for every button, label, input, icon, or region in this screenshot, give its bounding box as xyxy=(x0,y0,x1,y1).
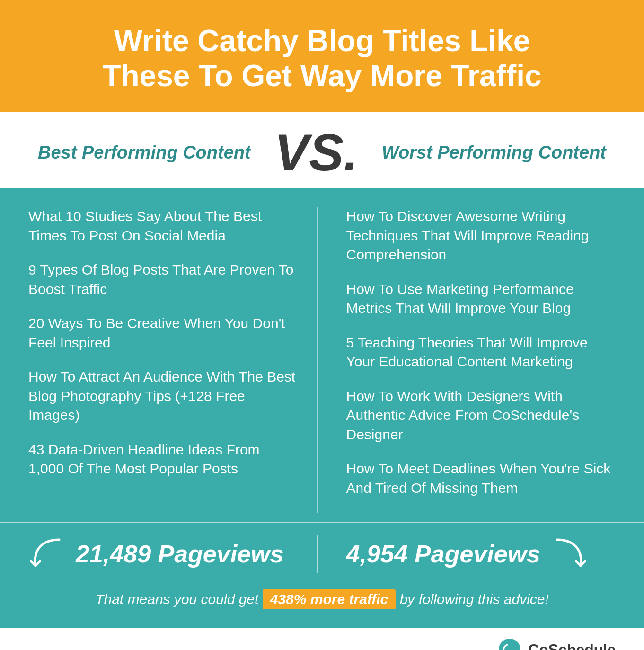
list-item: How To Use Marketing Performance Metrics… xyxy=(346,280,616,318)
best-item-5: 43 Data-Driven Headline Ideas From 1,000… xyxy=(28,440,298,479)
page-title: Write Catchy Blog Titles Like These To G… xyxy=(38,24,606,93)
worst-item-4: How To Work With Designers With Authenti… xyxy=(346,387,616,445)
list-item: How To Attract An Audience With The Best… xyxy=(28,367,298,425)
columns-area: What 10 Studies Say About The Best Times… xyxy=(0,188,644,522)
worst-item-1: How To Discover Awesome Writing Techniqu… xyxy=(346,207,616,265)
svg-point-0 xyxy=(499,639,520,650)
main-content: What 10 Studies Say About The Best Times… xyxy=(0,188,644,628)
list-item: What 10 Studies Say About The Best Times… xyxy=(28,207,298,245)
worst-performing-column: How To Discover Awesome Writing Techniqu… xyxy=(318,207,616,513)
worst-item-2: How To Use Marketing Performance Metrics… xyxy=(346,280,616,318)
vs-section: Best Performing Content VS. Worst Perfor… xyxy=(0,112,644,188)
best-item-3: 20 Ways To Be Creative When You Don't Fe… xyxy=(28,314,298,352)
best-item-1: What 10 Studies Say About The Best Times… xyxy=(28,207,298,245)
list-item: How To Discover Awesome Writing Techniqu… xyxy=(346,207,616,265)
arrow-right-icon xyxy=(550,535,588,573)
list-item: How To Work With Designers With Authenti… xyxy=(346,387,616,445)
header-section: Write Catchy Blog Titles Like These To G… xyxy=(0,0,644,112)
tagline: That means you could get 438% more traff… xyxy=(28,589,616,609)
worst-pageviews: 4,954 Pageviews xyxy=(346,540,541,568)
best-stat: 21,489 Pageviews xyxy=(28,535,318,573)
list-item: 9 Types Of Blog Posts That Are Proven To… xyxy=(28,260,298,299)
worst-stat: 4,954 Pageviews xyxy=(318,535,616,573)
list-item: 43 Data-Driven Headline Ideas From 1,000… xyxy=(28,440,298,479)
list-item: 20 Ways To Be Creative When You Don't Fe… xyxy=(28,314,298,352)
vs-text: VS. xyxy=(274,126,358,178)
worst-performing-label: Worst Performing Content xyxy=(382,142,606,163)
page-container: Write Catchy Blog Titles Like These To G… xyxy=(0,0,644,650)
worst-item-5: How To Meet Deadlines When You're Sick A… xyxy=(346,459,616,498)
tagline-after: by following this advice! xyxy=(400,591,549,607)
brand-name-text: CoSchedule xyxy=(528,641,616,650)
tagline-section: That means you could get 438% more traff… xyxy=(0,585,644,628)
tagline-before: That means you could get xyxy=(95,591,258,607)
best-performing-label: Best Performing Content xyxy=(38,142,251,163)
arrow-left-icon xyxy=(28,535,66,573)
best-item-4: How To Attract An Audience With The Best… xyxy=(28,367,298,425)
stats-row: 21,489 Pageviews 4,954 Pageviews xyxy=(0,522,644,585)
list-item: 5 Teaching Theories That Will Improve Yo… xyxy=(346,333,616,372)
best-performing-column: What 10 Studies Say About The Best Times… xyxy=(28,207,318,513)
branding-section: CoSchedule xyxy=(0,628,644,650)
best-item-2: 9 Types Of Blog Posts That Are Proven To… xyxy=(28,260,298,299)
tagline-highlight: 438% more traffic xyxy=(263,589,396,609)
worst-item-3: 5 Teaching Theories That Will Improve Yo… xyxy=(346,333,616,372)
list-item: How To Meet Deadlines When You're Sick A… xyxy=(346,459,616,498)
coschedule-logo-icon xyxy=(498,638,521,650)
best-pageviews: 21,489 Pageviews xyxy=(76,540,283,568)
